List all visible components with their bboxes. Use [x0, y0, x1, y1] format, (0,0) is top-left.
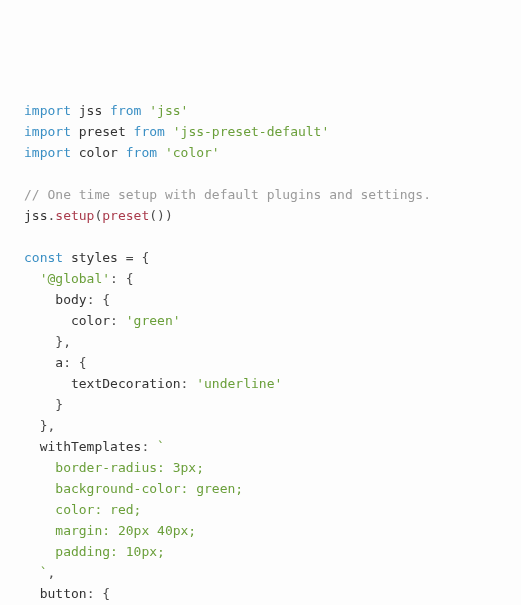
code-token: border-radius: 3px; [24, 460, 204, 475]
code-token: // One time setup with default plugins a… [24, 187, 431, 202]
code-token: 'green' [126, 313, 181, 328]
code-line: padding: 10px; [24, 544, 165, 559]
code-line: const styles = { [24, 250, 149, 265]
code-line: margin: 20px 40px; [24, 523, 196, 538]
code-line: }, [24, 334, 71, 349]
code-token: ` [24, 565, 47, 580]
code-line: color: red; [24, 502, 141, 517]
code-token: ()) [149, 208, 172, 223]
code-token: withTemplates [40, 439, 142, 454]
code-token: 'jss-preset-default' [173, 124, 330, 139]
code-line: button: { [24, 586, 110, 601]
code-token: padding: 10px; [24, 544, 165, 559]
code-line: }, [24, 418, 55, 433]
code-token: 'jss' [149, 103, 188, 118]
code-token: import [24, 145, 71, 160]
code-line: '@global': { [24, 271, 134, 286]
code-line: withTemplates: ` [24, 439, 165, 454]
code-token: = { [118, 250, 149, 265]
code-line: // One time setup with default plugins a… [24, 187, 431, 202]
code-token: : [181, 376, 197, 391]
code-token: a [55, 355, 63, 370]
code-token: jss [24, 208, 47, 223]
code-line: import color from 'color' [24, 145, 220, 160]
code-token [165, 124, 173, 139]
code-token: }, [24, 418, 55, 433]
code-token [24, 292, 55, 307]
code-line: body: { [24, 292, 110, 307]
code-token: color [79, 145, 118, 160]
code-token: import [24, 103, 71, 118]
code-token: styles [71, 250, 118, 265]
code-token [102, 103, 110, 118]
code-line: a: { [24, 355, 87, 370]
code-token: setup [55, 208, 94, 223]
code-token [24, 355, 55, 370]
code-token: preset [79, 124, 126, 139]
code-token [24, 271, 40, 286]
code-token: ` [157, 439, 165, 454]
code-token: jss [79, 103, 102, 118]
code-token: : [141, 439, 157, 454]
code-token: background-color: green; [24, 481, 243, 496]
code-token: color: red; [24, 502, 141, 517]
code-token: from [126, 145, 157, 160]
code-token: import [24, 124, 71, 139]
code-token [126, 124, 134, 139]
code-token [24, 313, 71, 328]
code-token [71, 145, 79, 160]
code-token: : { [63, 355, 86, 370]
code-token: : { [87, 586, 110, 601]
code-token: 'underline' [196, 376, 282, 391]
code-token: color [71, 313, 110, 328]
code-line: textDecoration: 'underline' [24, 376, 282, 391]
code-token [157, 145, 165, 160]
code-token: body [55, 292, 86, 307]
code-line: } [24, 397, 63, 412]
code-token: } [24, 397, 63, 412]
code-token: from [134, 124, 165, 139]
code-token [24, 439, 40, 454]
code-token: preset [102, 208, 149, 223]
code-token: : { [110, 271, 133, 286]
code-line: background-color: green; [24, 481, 243, 496]
code-token: 'color' [165, 145, 220, 160]
code-snippet: import jss from 'jss' import preset from… [24, 100, 497, 605]
code-token: const [24, 250, 63, 265]
code-token [24, 586, 40, 601]
code-line: `, [24, 565, 55, 580]
code-token: margin: 20px 40px; [24, 523, 196, 538]
code-token [24, 376, 71, 391]
code-token [71, 124, 79, 139]
code-token: '@global' [40, 271, 110, 286]
code-token: from [110, 103, 141, 118]
code-token [71, 103, 79, 118]
code-line: import jss from 'jss' [24, 103, 188, 118]
code-token [63, 250, 71, 265]
code-token: button [40, 586, 87, 601]
code-token: }, [24, 334, 71, 349]
code-line: color: 'green' [24, 313, 181, 328]
code-token: , [47, 565, 55, 580]
code-line: border-radius: 3px; [24, 460, 204, 475]
code-token: : { [87, 292, 110, 307]
code-token: : [110, 313, 126, 328]
code-line: jss.setup(preset()) [24, 208, 173, 223]
code-token [118, 145, 126, 160]
code-token: textDecoration [71, 376, 181, 391]
code-line: import preset from 'jss-preset-default' [24, 124, 329, 139]
